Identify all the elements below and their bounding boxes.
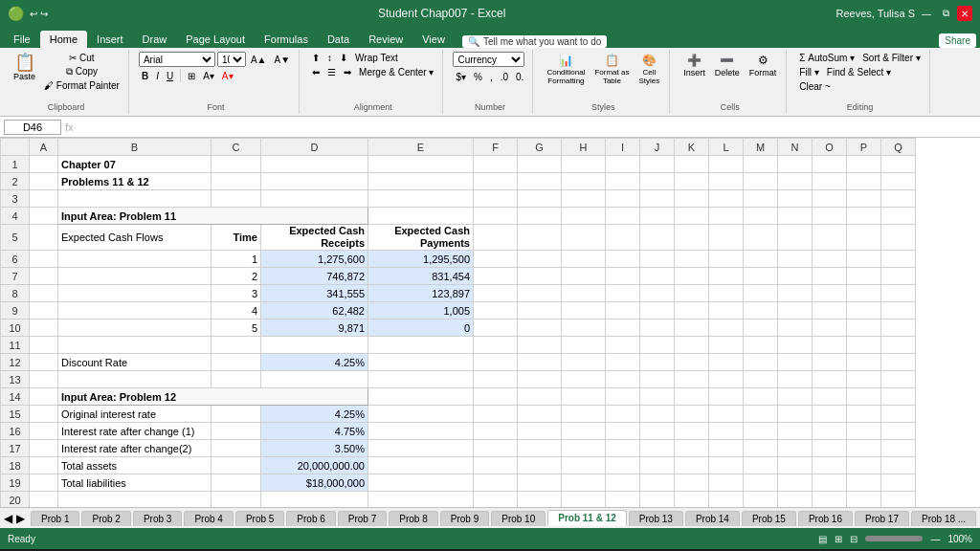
comma-button[interactable]: , [487,71,496,83]
minimize-btn[interactable]: — [919,6,934,21]
col-header-J[interactable]: J [640,139,675,156]
tab-formulas[interactable]: Formulas [255,31,318,48]
col-header-K[interactable]: K [675,139,709,156]
col-header-F[interactable]: F [474,139,518,156]
copy-button[interactable]: ⧉ Copy [41,65,122,78]
sort-filter-button[interactable]: Sort & Filter ▾ [859,52,924,64]
decrease-decimal-button[interactable]: 0. [513,71,526,83]
col-header-G[interactable]: G [518,139,562,156]
cell-C5[interactable]: Time [212,225,261,251]
italic-button[interactable]: I [153,70,162,82]
sheet-tab-prob16[interactable]: Prob 16 [798,511,853,526]
tab-draw[interactable]: Draw [133,31,177,48]
cell-B16[interactable]: Interest rate after change (1) [58,423,212,440]
cell-D9[interactable]: 62,482 [261,302,368,320]
col-header-P[interactable]: P [847,139,881,156]
tab-page-layout[interactable]: Page Layout [176,31,255,48]
tab-scroll-right[interactable]: ▶ [16,512,25,525]
col-header-A[interactable]: A [30,139,58,156]
zoom-slider[interactable] [865,536,923,541]
underline-button[interactable]: U [164,70,176,82]
cell-styles-button[interactable]: 🎨 CellStyles [635,52,663,87]
cell-D8[interactable]: 341,555 [261,285,368,302]
tab-review[interactable]: Review [359,31,412,48]
sheet-tab-prob10[interactable]: Prob 10 [491,511,546,526]
tab-data[interactable]: Data [318,31,359,48]
sheet-tab-prob14[interactable]: Prob 14 [685,511,740,526]
font-color-button[interactable]: A▾ [219,70,236,82]
cell-B14[interactable]: Input Area: Problem 12 [58,388,368,406]
cell-C6[interactable]: 1 [212,251,261,268]
decrease-font-button[interactable]: A▼ [272,54,294,66]
align-left-button[interactable]: ⬅ [309,66,323,78]
sheet-tab-prob3[interactable]: Prob 3 [133,511,182,526]
paste-button[interactable]: 📋 Paste [10,52,39,83]
col-header-N[interactable]: N [778,139,813,156]
sheet-tab-prob6[interactable]: Prob 6 [286,511,335,526]
sheet-tab-prob18[interactable]: Prob 18 ... [911,511,976,526]
cell-D17[interactable]: 3.50% [261,440,368,457]
tell-me-box[interactable]: 🔍 Tell me what you want to do [462,35,607,48]
col-header-O[interactable]: O [813,139,847,156]
cell-D5[interactable]: Expected CashReceipts [261,225,368,251]
sheet-tab-prob8[interactable]: Prob 8 [389,511,437,526]
view-normal-btn[interactable]: ▤ [818,534,827,544]
format-as-table-button[interactable]: 📋 Format asTable [590,52,633,87]
conditional-formatting-button[interactable]: 📊 ConditionalFormatting [543,52,589,87]
spreadsheet-scroll[interactable]: A B C D E F G H I J K L M N O P Q [0,138,980,507]
col-header-M[interactable]: M [744,139,778,156]
sheet-tab-prob15[interactable]: Prob 15 [742,511,796,526]
col-header-B[interactable]: B [58,139,212,156]
align-right-button[interactable]: ➡ [341,66,354,78]
fill-color-button[interactable]: A▾ [200,70,217,82]
tab-insert[interactable]: Insert [87,31,133,48]
cell-D16[interactable]: 4.75% [261,423,368,440]
cut-button[interactable]: ✂ Cut [41,52,122,64]
sheet-tab-prob11-12[interactable]: Prob 11 & 12 [547,510,627,526]
cell-C9[interactable]: 4 [212,302,261,320]
sheet-tab-prob4[interactable]: Prob 4 [184,511,233,526]
col-header-H[interactable]: H [562,139,606,156]
cell-B17[interactable]: Interest rate after change(2) [58,440,212,457]
align-top-button[interactable]: ⬆ [309,52,323,64]
close-btn[interactable]: ✕ [957,6,972,21]
font-size-select[interactable]: 10 [217,52,246,67]
increase-font-button[interactable]: A▲ [248,54,270,66]
cell-E5[interactable]: Expected CashPayments [368,225,474,251]
cell-E6[interactable]: 1,295,500 [368,251,474,268]
cell-B2[interactable]: Problems 11 & 12 [58,173,212,190]
borders-button[interactable]: ⊞ [185,70,198,82]
cell-D15[interactable]: 4.25% [261,406,368,423]
delete-button[interactable]: ➖ Delete [711,52,744,79]
sheet-tab-prob9[interactable]: Prob 9 [440,511,489,526]
cell-D6[interactable]: 1,275,600 [261,251,368,268]
col-header-C[interactable]: C [212,139,261,156]
cell-C10[interactable]: 5 [212,320,261,337]
bold-button[interactable]: B [139,70,151,82]
format-painter-button[interactable]: 🖌 Format Painter [41,79,122,92]
align-bottom-button[interactable]: ⬇ [337,52,350,64]
cell-C7[interactable]: 2 [212,268,261,285]
find-select-button[interactable]: Find & Select ▾ [824,66,894,78]
sheet-tab-prob2[interactable]: Prob 2 [81,511,130,526]
cell-E10[interactable]: 0 [368,320,474,337]
cell-B15[interactable]: Original interest rate [58,406,212,423]
align-center-button[interactable]: ☰ [324,66,339,78]
cell-B4[interactable]: Input Area: Problem 11 [58,208,368,225]
cell-D12[interactable]: 4.25% [261,354,368,371]
increase-decimal-button[interactable]: .0 [498,71,511,83]
cell-C8[interactable]: 3 [212,285,261,302]
sheet-tab-prob1[interactable]: Prob 1 [31,511,79,526]
cell-B1[interactable]: Chapter 07 [58,156,212,173]
tab-scroll-left[interactable]: ◀ [4,512,12,525]
cell-D19[interactable]: $18,000,000 [261,474,368,492]
cell-E8[interactable]: 123,897 [368,285,474,302]
name-box[interactable] [4,120,61,135]
fill-button[interactable]: Fill ▾ [796,66,822,78]
col-header-I[interactable]: I [606,139,640,156]
tab-file[interactable]: File [4,31,40,48]
view-layout-btn[interactable]: ⊞ [835,534,842,544]
number-format-select[interactable]: Currency General Number Percentage [453,52,524,67]
dollar-sign-button[interactable]: $▾ [453,71,469,83]
cell-E9[interactable]: 1,005 [368,302,474,320]
